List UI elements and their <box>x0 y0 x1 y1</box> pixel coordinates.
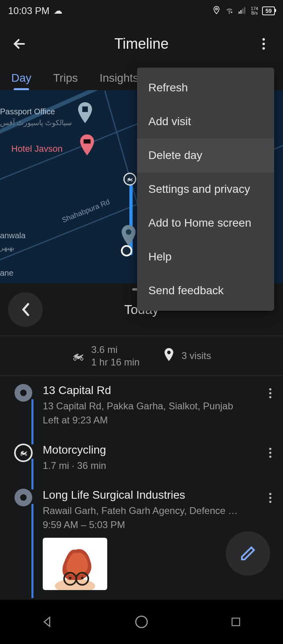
item-more-button[interactable] <box>269 493 272 506</box>
svg-point-6 <box>262 38 265 41</box>
place-dot-icon <box>15 384 32 402</box>
svg-point-12 <box>167 351 171 354</box>
menu-add-visit[interactable]: Add visit <box>137 105 274 138</box>
signal-icon <box>238 6 247 16</box>
svg-rect-2 <box>239 12 240 14</box>
battery-indicator: 59 <box>262 6 275 15</box>
menu-settings[interactable]: Settings and privacy <box>137 172 274 206</box>
cloud-icon: ☁ <box>54 6 62 16</box>
app-header: Timeline <box>0 22 283 66</box>
timeline-item-place[interactable]: 13 Capital Rd 13 Capital Rd, Pakka Garha… <box>11 376 283 436</box>
map-label-hotel: Hotel Javson <box>11 144 62 154</box>
svg-point-0 <box>216 8 218 10</box>
svg-point-26 <box>269 501 271 503</box>
svg-point-23 <box>81 577 83 579</box>
summary-distance: 🏍 3.6 mi1 hr 16 min <box>72 343 139 368</box>
svg-point-24 <box>269 493 271 495</box>
item-more-button[interactable] <box>269 448 272 460</box>
timeline-item-activity[interactable]: 🏍 Motorcycling 1.7 mi · 36 min <box>11 436 283 481</box>
nav-back-button[interactable] <box>39 614 55 630</box>
map-pin-current[interactable] <box>120 225 137 246</box>
map-label-passport-office-sub: سیالکوٹ پاسپورٹ آفس <box>0 118 72 127</box>
map-label-anwala: anwala <box>0 231 25 240</box>
motorcycle-dot-icon: 🏍 <box>14 444 33 462</box>
map-label-anwala-sub: بھبھر <box>0 243 15 252</box>
page-title: Timeline <box>114 35 169 52</box>
day-summary: 🏍 3.6 mi1 hr 16 min 3 visits <box>0 336 283 376</box>
system-nav-bar <box>0 600 283 644</box>
wifi-icon <box>225 6 234 16</box>
menu-feedback[interactable]: Send feedback <box>137 274 274 308</box>
map-pin-poi[interactable] <box>77 102 94 123</box>
more-options-button[interactable] <box>254 34 273 54</box>
menu-help[interactable]: Help <box>137 240 274 274</box>
tab-day[interactable]: Day <box>11 72 31 85</box>
svg-point-15 <box>269 396 271 398</box>
map-pin-hotel[interactable] <box>79 134 96 155</box>
activity-details: 1.7 mi · 36 min <box>43 459 255 473</box>
network-speed: 174B/s <box>251 6 258 15</box>
tab-trips[interactable]: Trips <box>53 72 78 85</box>
svg-rect-9 <box>82 106 88 112</box>
map-label-passport-office: Passport Office <box>0 107 55 116</box>
svg-point-14 <box>269 392 271 394</box>
motorcycle-icon: 🏍 <box>72 349 84 363</box>
previous-day-button[interactable] <box>8 292 43 327</box>
svg-point-22 <box>69 577 71 579</box>
activity-title: Motorcycling <box>43 444 255 456</box>
svg-rect-28 <box>232 618 240 626</box>
nav-home-button[interactable] <box>133 614 150 630</box>
status-time: 10:03 PM <box>8 5 50 17</box>
svg-rect-4 <box>242 8 243 14</box>
place-time: 9:59 AM – 5:03 PM <box>43 518 255 532</box>
place-title: 13 Capital Rd <box>43 384 255 397</box>
summary-visits: 3 visits <box>164 348 211 364</box>
svg-point-17 <box>269 452 271 454</box>
svg-point-8 <box>262 47 265 50</box>
svg-rect-10 <box>83 139 90 143</box>
svg-point-7 <box>262 43 265 45</box>
map-marker-motorcycle[interactable]: 🏍 <box>123 173 136 186</box>
menu-refresh[interactable]: Refresh <box>137 71 274 105</box>
svg-point-18 <box>269 456 271 458</box>
tab-insights[interactable]: Insights <box>100 72 139 85</box>
back-button[interactable] <box>10 34 29 54</box>
svg-point-25 <box>269 497 271 499</box>
svg-point-13 <box>269 388 271 390</box>
menu-delete-day[interactable]: Delete day <box>137 138 274 172</box>
menu-add-home[interactable]: Add to Home screen <box>137 206 274 240</box>
place-address: 13 Capital Rd, Pakka Garha, Sialkot, Pun… <box>43 399 255 413</box>
pin-icon <box>164 348 174 364</box>
svg-point-1 <box>231 12 233 13</box>
map-label-ane: ane <box>0 268 13 278</box>
nav-recent-button[interactable] <box>228 614 244 630</box>
edit-fab[interactable] <box>226 531 270 576</box>
road-label: Shahabpura Rd <box>61 198 111 225</box>
place-thumbnail[interactable] <box>43 538 107 590</box>
location-icon <box>212 6 221 16</box>
svg-point-16 <box>269 448 271 450</box>
place-time: Left at 9:23 AM <box>43 413 255 427</box>
status-bar: 10:03 PM ☁ 174B/s 59 <box>0 0 283 22</box>
svg-rect-5 <box>244 7 246 14</box>
map-marker-start[interactable] <box>121 245 132 256</box>
place-dot-icon <box>15 489 32 506</box>
item-more-button[interactable] <box>269 388 272 401</box>
place-address: Rawail Garh, Fateh Garh Agency, Defence … <box>43 504 255 518</box>
overflow-menu: Refresh Add visit Delete day Settings an… <box>137 68 274 311</box>
svg-rect-3 <box>240 10 241 14</box>
svg-point-19 <box>55 579 95 590</box>
svg-point-27 <box>136 616 147 627</box>
place-title: Long Life Surgical Industries <box>43 489 255 502</box>
svg-point-11 <box>126 229 131 235</box>
